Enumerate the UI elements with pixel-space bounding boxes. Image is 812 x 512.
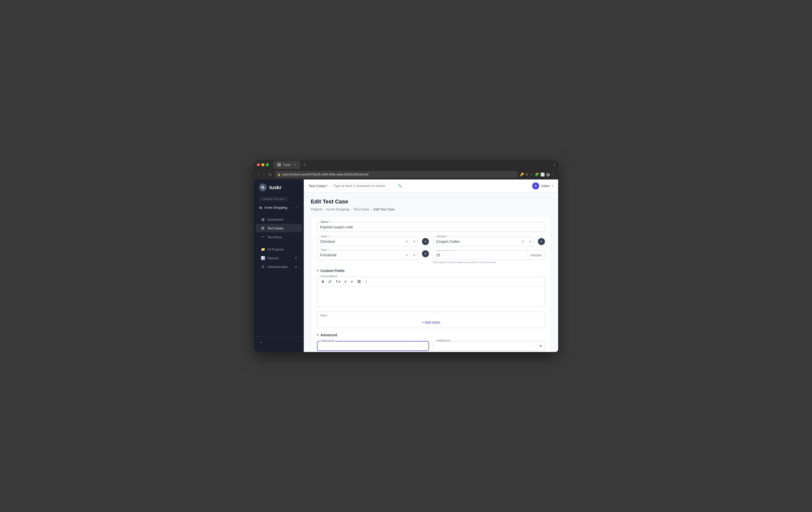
main-content: Test Cases ▾ 🔍 A Adam ▾ Edit Test Case bbox=[304, 179, 558, 352]
suite-dropdown-button[interactable]: ▾ bbox=[411, 240, 418, 244]
references-hint: Enter reference IDs separated by commas.… bbox=[433, 352, 545, 352]
section-label: Section * bbox=[436, 235, 448, 238]
suite-add-button[interactable]: + bbox=[422, 238, 429, 245]
rte-color-button[interactable]: A bbox=[343, 279, 348, 284]
reload-button[interactable]: ↻ bbox=[268, 171, 273, 178]
profile-icon[interactable]: ⬤ bbox=[546, 173, 550, 177]
star-icon[interactable]: ☆ bbox=[530, 173, 533, 177]
rte-more-button[interactable]: ⋮ bbox=[363, 279, 369, 284]
section-dropdown-button[interactable]: ▾ bbox=[527, 240, 534, 244]
back-button[interactable]: ‹ bbox=[257, 171, 260, 178]
sidebar-back-button[interactable]: ← bbox=[259, 340, 263, 345]
page-title: Edit Test Case bbox=[311, 199, 551, 205]
user-dropdown-button[interactable]: ▾ bbox=[552, 184, 553, 187]
form-card: Name * Suite * bbox=[311, 216, 551, 352]
sidebar-item-label: Test Runs bbox=[267, 235, 282, 239]
tab-close-button[interactable]: ✕ bbox=[294, 163, 296, 167]
traffic-lights bbox=[257, 163, 269, 166]
project-name: Acme Shopping bbox=[264, 206, 287, 209]
sidebar-item-test-cases[interactable]: ⊞ Test Cases bbox=[256, 224, 302, 232]
logo-icon: 🐘 bbox=[259, 183, 267, 191]
tab-dropdown-button[interactable]: ▾ bbox=[554, 163, 555, 167]
type-dropdown-button[interactable]: ▾ bbox=[411, 253, 418, 257]
sidebar-item-label: All Projects bbox=[267, 247, 284, 251]
external-id-wrapper: External Id bbox=[317, 341, 429, 351]
estimated-time-wrapper: Estimated Time * minutes bbox=[433, 250, 545, 260]
rte-link-button[interactable]: 🔗 bbox=[326, 279, 334, 284]
admin-arrow: ▾ bbox=[295, 265, 297, 268]
rte-image-button[interactable]: 🖼 bbox=[356, 279, 362, 284]
rte-paragraph-button[interactable]: ¶ ▾ bbox=[335, 279, 342, 284]
current-project-item[interactable]: 🛍 Acme Shopping ⋯ bbox=[256, 203, 302, 212]
references-input[interactable] bbox=[433, 341, 536, 350]
suite-field-wrapper: Suite * ✕ ▾ bbox=[317, 237, 418, 246]
url-bar[interactable]: 🔒 tuskr.live/test-case/b978d1f8-a489-499… bbox=[275, 171, 518, 178]
external-id-input[interactable] bbox=[317, 341, 429, 351]
close-button[interactable] bbox=[257, 163, 260, 166]
read-more-link[interactable]: Read More bbox=[486, 352, 499, 352]
name-field-wrapper: Name * bbox=[317, 222, 545, 232]
forward-button[interactable]: › bbox=[262, 171, 265, 178]
browser-tab[interactable]: Tuskr ✕ bbox=[273, 161, 300, 169]
breadcrumb: Projects › Acme Shopping › Test Cases › … bbox=[311, 207, 551, 211]
suite-clear-button[interactable]: ✕ bbox=[403, 240, 411, 244]
rte-highlight-button[interactable]: ✏ bbox=[349, 279, 355, 284]
sidebar-item-dashboard[interactable]: ▦ Dashboard bbox=[256, 215, 302, 223]
extensions-icon[interactable]: 🧩 bbox=[535, 173, 539, 177]
type-estimated-row: Type * ✕ ▾ + bbox=[317, 250, 545, 264]
reports-arrow: ▾ bbox=[295, 257, 297, 260]
section-field-wrapper: Section * ✕ ▾ bbox=[433, 237, 534, 246]
reports-icon: 📊 bbox=[261, 256, 265, 260]
advanced-header[interactable]: ▾ Advanced bbox=[317, 333, 545, 337]
window-icon[interactable]: ⬜ bbox=[541, 173, 545, 177]
all-projects-icon: 📁 bbox=[261, 247, 265, 251]
type-label: Type * bbox=[320, 248, 329, 251]
project-more-button[interactable]: ⋯ bbox=[295, 205, 299, 210]
rte-content[interactable] bbox=[317, 287, 545, 306]
section-add-button[interactable]: + bbox=[538, 238, 545, 245]
search-input[interactable] bbox=[334, 184, 396, 188]
add-steps-button[interactable]: + Add steps bbox=[317, 317, 545, 328]
topbar-context-selector[interactable]: Test Cases ▾ bbox=[309, 184, 328, 188]
key-icon[interactable]: 🔑 bbox=[520, 173, 524, 177]
custom-fields-header[interactable]: ▾ Custom Fields bbox=[317, 269, 545, 273]
advanced-label: Advanced bbox=[320, 333, 337, 337]
time-unit: minutes bbox=[527, 251, 545, 260]
breadcrumb-project[interactable]: Acme Shopping bbox=[326, 207, 349, 211]
section-clear-button[interactable]: ✕ bbox=[519, 240, 527, 244]
sidebar: 🐘 tuskr CURRENT PROJECT 🛍 Acme Shopping … bbox=[254, 179, 304, 352]
sidebar-item-label: Dashboard bbox=[267, 218, 283, 221]
rte-bold-button[interactable]: B bbox=[320, 279, 325, 284]
current-project-badge: CURRENT PROJECT bbox=[260, 197, 287, 201]
sidebar-item-all-projects[interactable]: 📁 All Projects bbox=[256, 245, 302, 253]
type-input[interactable] bbox=[317, 250, 403, 260]
sidebar-item-reports[interactable]: 📊 Reports ▾ bbox=[256, 254, 302, 262]
estimated-time-hint: Estimated minutes required to perform th… bbox=[433, 261, 545, 264]
sidebar-item-administration[interactable]: ⚙ Administration ▾ bbox=[256, 263, 302, 271]
test-runs-icon: 〜 bbox=[261, 235, 265, 239]
breadcrumb-test-cases[interactable]: Test Cases bbox=[353, 207, 369, 211]
browser-actions: 🔑 ⬆ ☆ 🧩 ⬜ ⬤ ⋮ bbox=[520, 173, 555, 177]
user-name: Adam bbox=[541, 184, 550, 188]
sidebar-item-test-runs[interactable]: 〜 Test Runs bbox=[256, 233, 302, 242]
topbar: Test Cases ▾ 🔍 A Adam ▾ bbox=[304, 179, 558, 192]
suite-input[interactable] bbox=[317, 237, 403, 246]
suite-label: Suite * bbox=[320, 235, 330, 238]
menu-icon[interactable]: ⋮ bbox=[552, 173, 555, 177]
estimated-time-input[interactable] bbox=[433, 250, 527, 260]
type-clear-button[interactable]: ✕ bbox=[403, 253, 411, 257]
references-dropdown-button[interactable]: ▾ bbox=[536, 341, 545, 350]
name-input[interactable] bbox=[317, 222, 545, 232]
new-tab-button[interactable]: + bbox=[303, 162, 306, 168]
type-add-button[interactable]: + bbox=[422, 250, 429, 257]
addressbar: ‹ › ↻ 🔒 tuskr.live/test-case/b978d1f8-a4… bbox=[254, 170, 558, 179]
custom-fields-toggle: ▾ bbox=[317, 269, 318, 272]
preconditions-rte: Preconditions B 🔗 ¶ ▾ A ✏ 🖼 ⋮ bbox=[317, 277, 545, 307]
maximize-button[interactable] bbox=[266, 163, 269, 166]
minimize-button[interactable] bbox=[261, 163, 264, 166]
section-input[interactable] bbox=[433, 237, 519, 246]
search-bar[interactable]: 🔍 bbox=[330, 182, 405, 189]
preconditions-label: Preconditions bbox=[320, 275, 339, 278]
share-icon[interactable]: ⬆ bbox=[525, 173, 528, 177]
breadcrumb-projects[interactable]: Projects bbox=[311, 207, 322, 211]
